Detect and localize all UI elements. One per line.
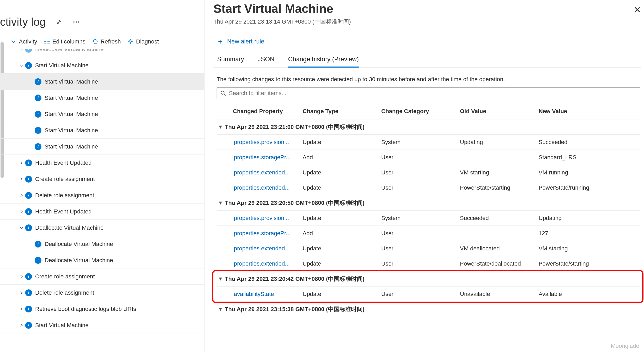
tree-row[interactable]: iHealth Event Updated xyxy=(0,204,204,220)
tree-row[interactable]: iStart Virtual Machine xyxy=(0,317,204,333)
chevron-down-icon xyxy=(10,39,16,45)
panel-title: Start Virtual Machine xyxy=(213,2,641,16)
change-category-cell: User xyxy=(380,169,458,176)
tabs: Summary JSON Change history (Preview) xyxy=(213,56,641,68)
tree-row[interactable]: iCreate role assignment xyxy=(0,171,204,187)
old-value-cell: VM starting xyxy=(458,169,537,176)
pin-icon[interactable] xyxy=(53,17,64,27)
new-value-cell: PowerState/running xyxy=(537,184,640,191)
search-input-container[interactable] xyxy=(217,87,640,99)
close-icon[interactable]: ✕ xyxy=(634,5,641,14)
new-value-cell: Updating xyxy=(537,215,640,222)
tree-row[interactable]: iDeallocate Virtual Machine xyxy=(0,236,204,252)
changed-property-link[interactable]: properties.provision... xyxy=(231,139,301,146)
info-icon: i xyxy=(35,95,41,101)
diagnostics-label: Diagnost xyxy=(136,38,159,45)
chevron-right-icon[interactable] xyxy=(18,210,25,213)
tree-row[interactable]: iStart Virtual Machine xyxy=(0,57,204,74)
tree-row-label: Health Event Updated xyxy=(35,208,92,215)
tree-row-label: Start Virtual Machine xyxy=(45,143,98,150)
chevron-down-icon[interactable] xyxy=(18,226,25,230)
changed-property-link[interactable]: properties.extended... xyxy=(231,260,301,267)
new-value-cell: Standard_LRS xyxy=(537,154,640,161)
changed-property-link[interactable]: properties.extended... xyxy=(231,169,301,176)
info-icon: i xyxy=(35,111,41,118)
tab-json[interactable]: JSON xyxy=(257,56,275,68)
changed-property-link[interactable]: properties.extended... xyxy=(231,184,301,191)
tree-row[interactable]: iDeallocate Virtual Machine xyxy=(0,220,204,236)
col-new-value[interactable]: New Value xyxy=(537,108,640,115)
tree-row[interactable]: iStart Virtual Machine xyxy=(0,90,204,106)
more-icon[interactable] xyxy=(71,17,82,27)
chevron-right-icon[interactable] xyxy=(18,161,25,165)
chevron-right-icon[interactable] xyxy=(18,307,25,311)
refresh-button[interactable]: Refresh xyxy=(92,38,121,45)
tree-row[interactable]: iDelete role assignment xyxy=(0,285,204,301)
panel-subtitle: Thu Apr 29 2021 23:13:14 GMT+0800 (中国标准时… xyxy=(213,18,641,26)
changed-property-link[interactable]: properties.storagePr... xyxy=(231,230,301,237)
chevron-right-icon[interactable] xyxy=(18,323,25,327)
diagnostics-button[interactable]: Diagnost xyxy=(128,38,159,45)
tree-row[interactable]: iStart Virtual Machine xyxy=(0,74,204,90)
tree-row-label: Deallocate Virtual Machine xyxy=(35,224,104,231)
refresh-label: Refresh xyxy=(101,38,121,45)
tree-row-label: Health Event Updated xyxy=(35,160,92,166)
tree-row[interactable]: iDeallocate Virtual Machine xyxy=(0,49,204,57)
chevron-right-icon[interactable] xyxy=(18,49,25,51)
table-group-header[interactable]: ▶Thu Apr 29 2021 23:20:50 GMT+0800 (中国标准… xyxy=(217,195,640,211)
table-group-header[interactable]: ▶Thu Apr 29 2021 23:20:42 GMT+0800 (中国标准… xyxy=(217,271,640,287)
table-row: properties.provision...UpdateSystemUpdat… xyxy=(217,135,640,150)
table-header: Changed Property Change Type Change Cate… xyxy=(217,103,640,119)
tree-row[interactable]: iDeallocate Virtual Machine xyxy=(0,252,204,268)
activity-log-pane: ctivity log Activity Edit columns Refres… xyxy=(0,0,205,352)
group-timestamp: Thu Apr 29 2021 23:21:00 GMT+0800 (中国标准时… xyxy=(225,123,364,131)
tree-row-label: Start Virtual Machine xyxy=(45,95,98,101)
chevron-right-icon[interactable] xyxy=(18,177,25,181)
group-timestamp: Thu Apr 29 2021 23:15:38 GMT+0800 (中国标准时… xyxy=(225,305,364,313)
chevron-right-icon[interactable] xyxy=(18,194,25,197)
watermark: Moonglade xyxy=(611,343,639,349)
new-alert-rule-button[interactable]: ＋ New alert rule xyxy=(213,38,641,45)
table-row: properties.storagePr...AddUser127 xyxy=(217,226,640,241)
tree-row[interactable]: iStart Virtual Machine xyxy=(0,106,204,122)
tree-row[interactable]: iCreate role assignment xyxy=(0,268,204,285)
edit-columns-label: Edit columns xyxy=(52,38,85,45)
svg-point-1 xyxy=(76,21,77,23)
tree-row[interactable]: iDelete role assignment xyxy=(0,187,204,204)
description: The following changes to this resource w… xyxy=(217,76,641,83)
chevron-right-icon[interactable] xyxy=(18,275,25,278)
changed-property-link[interactable]: availabilityState xyxy=(231,291,301,298)
table-row: properties.storagePr...AddUserStandard_L… xyxy=(217,150,640,165)
edit-columns-button[interactable]: Edit columns xyxy=(44,38,85,45)
change-category-cell: User xyxy=(380,184,458,191)
change-type-cell: Update xyxy=(301,260,380,267)
change-type-cell: Add xyxy=(301,154,380,161)
tree-row[interactable]: iRetrieve boot diagnostic logs blob URIs xyxy=(0,301,204,317)
table-row: properties.extended...UpdateUserPowerSta… xyxy=(217,180,640,195)
table-group-header[interactable]: ▶Thu Apr 29 2021 23:21:00 GMT+0800 (中国标准… xyxy=(217,119,640,135)
detail-panel: ✕ Start Virtual Machine Thu Apr 29 2021 … xyxy=(205,0,644,352)
info-icon: i xyxy=(35,143,41,150)
tree-row[interactable]: iStart Virtual Machine xyxy=(0,139,204,155)
col-change-category[interactable]: Change Category xyxy=(380,108,458,115)
toolbar: Activity Edit columns Refresh Diagnost xyxy=(0,36,204,49)
tab-change-history[interactable]: Change history (Preview) xyxy=(288,56,359,68)
col-change-type[interactable]: Change Type xyxy=(301,108,380,115)
chevron-right-icon[interactable] xyxy=(18,291,25,295)
page-title: ctivity log xyxy=(0,16,46,28)
changed-property-link[interactable]: properties.storagePr... xyxy=(231,154,301,161)
table-group-header[interactable]: ▶Thu Apr 29 2021 23:15:38 GMT+0800 (中国标准… xyxy=(217,302,640,317)
activity-button[interactable]: Activity xyxy=(10,38,37,45)
col-changed-property[interactable]: Changed Property xyxy=(231,108,301,115)
changed-property-link[interactable]: properties.extended... xyxy=(231,245,301,252)
changed-property-link[interactable]: properties.provision... xyxy=(231,215,301,222)
col-old-value[interactable]: Old Value xyxy=(458,108,537,115)
chevron-down-icon[interactable] xyxy=(18,64,25,67)
tab-summary[interactable]: Summary xyxy=(217,56,245,68)
change-category-cell: System xyxy=(380,215,458,222)
search-input[interactable] xyxy=(229,90,636,97)
old-value-cell: Unavailable xyxy=(458,291,537,298)
tree-row[interactable]: iStart Virtual Machine xyxy=(0,122,204,139)
tree-row[interactable]: iHealth Event Updated xyxy=(0,155,204,171)
tree-row-label: Start Virtual Machine xyxy=(45,78,98,85)
